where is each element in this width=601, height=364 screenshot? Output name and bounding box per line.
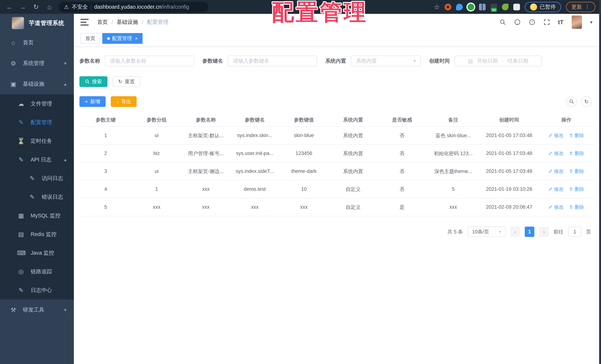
config-table: 参数主键 参数分组 参数名称 参数键名 参数键值 系统内置 是否敏感 备注 创建… — [80, 113, 594, 216]
help-icon[interactable]: ? — [529, 19, 535, 25]
avatar[interactable] — [572, 16, 582, 29]
delete-link[interactable]: 删除 — [569, 132, 584, 139]
param-name-label: 参数名称 — [80, 57, 100, 64]
chevron-down-icon: ▾ — [64, 307, 67, 313]
sidebar-item-tracing[interactable]: ◎ 链路追踪 — [0, 262, 74, 281]
collapse-menu-icon[interactable] — [80, 19, 89, 25]
system-builtin-label: 系统内置 — [325, 57, 346, 64]
home-icon[interactable]: ⌂ — [45, 3, 53, 11]
close-icon[interactable]: × — [135, 36, 138, 41]
table-toolbar-row: + 新增 ↓ 导出 ↻ — [80, 96, 594, 107]
extension-icon[interactable] — [456, 4, 463, 10]
monitor-icon: ▣ — [9, 81, 17, 88]
screen-icon: ⌨ — [17, 249, 25, 256]
calendar-icon: ▤ — [468, 58, 473, 64]
delete-link[interactable]: 删除 — [569, 204, 584, 210]
extension-icon[interactable] — [468, 4, 474, 10]
col-header: 参数分组 — [132, 113, 181, 127]
delete-link[interactable]: 删除 — [569, 168, 584, 174]
browser-update-button[interactable]: 更新 ⋮ — [566, 2, 595, 12]
log-icon: ✎ — [28, 193, 36, 201]
system-builtin-select[interactable]: 系统内置 ▾ — [351, 56, 421, 66]
sidebar-item-home[interactable]: ⌂ 首页 — [0, 32, 74, 53]
sidebar-item-infra[interactable]: ▣ 基础设施 ▴ — [0, 74, 74, 94]
reset-button[interactable]: ↻ 重置 — [113, 76, 140, 87]
header-actions: ? tT ▾ — [500, 16, 592, 29]
edit-link[interactable]: 修改 — [548, 150, 563, 157]
extension-icon[interactable] — [502, 4, 509, 10]
font-size-icon[interactable]: tT — [558, 19, 563, 26]
download-icon: ↓ — [116, 99, 119, 104]
log-icon: ✎ — [28, 175, 36, 182]
extension-icon[interactable] — [445, 4, 451, 10]
github-icon[interactable] — [514, 19, 521, 25]
col-header: 参数主键 — [80, 113, 132, 127]
goto-page-input[interactable] — [568, 227, 581, 237]
chevron-down-icon[interactable]: ▾ — [590, 19, 592, 25]
extension-icon[interactable] — [491, 4, 497, 10]
security-label: 不安全 — [72, 3, 88, 11]
col-header: 是否敏感 — [378, 113, 427, 127]
sidebar-item-dev-tools[interactable]: ⚒ 研发工具 ▾ — [0, 300, 74, 320]
edit-link[interactable]: 修改 — [548, 132, 563, 139]
tab-config-management[interactable]: 配置管理 × — [102, 33, 142, 44]
toggle-search-button[interactable] — [566, 96, 577, 107]
app-logo — [12, 17, 24, 29]
goto-label: 前往 — [553, 228, 563, 235]
delete-link[interactable]: 删除 — [569, 186, 584, 192]
date-range-picker[interactable]: ▤ 开始日期 - 结束日期 — [455, 56, 542, 66]
col-header: 系统内置 — [329, 113, 378, 127]
param-name-input[interactable]: 请输入参数名称 — [105, 56, 194, 66]
delete-link[interactable]: 删除 — [569, 150, 584, 157]
sidebar-item-log-center[interactable]: ✎ 日志中心 — [0, 281, 74, 300]
add-button[interactable]: + 新增 — [80, 96, 106, 107]
search-button[interactable]: 搜索 — [80, 76, 108, 87]
bookmark-star-icon[interactable]: ☆ — [434, 3, 440, 11]
sidebar-item-config-management[interactable]: ✎ 配置管理 — [0, 113, 74, 132]
refresh-table-button[interactable]: ↻ — [581, 96, 592, 107]
edit-link[interactable]: 修改 — [548, 204, 563, 210]
search-icon[interactable] — [500, 19, 506, 25]
scrollbar[interactable] — [599, 0, 601, 364]
extensions-puzzle-icon[interactable] — [513, 4, 520, 10]
profile-paused-button[interactable]: 已暂停 — [525, 2, 561, 12]
next-page-button[interactable]: › — [539, 227, 549, 237]
sidebar-item-api-logs[interactable]: ✎ API 日志 ▴ — [0, 150, 74, 169]
warning-icon: ⚠ — [64, 4, 69, 10]
reload-icon[interactable]: ↻ — [32, 3, 40, 11]
param-key-input[interactable]: 请输入参数键名 — [228, 56, 317, 66]
extension-icon[interactable] — [479, 4, 486, 10]
database-stack-icon: ▤ — [17, 231, 25, 238]
url-divider — [91, 4, 91, 10]
edit-link[interactable]: 修改 — [548, 186, 563, 192]
current-page[interactable]: 1 — [525, 227, 534, 237]
log-icon: ✎ — [17, 287, 25, 294]
col-header: 操作 — [538, 113, 594, 127]
annotation-title: 配置管理 — [272, 0, 368, 28]
url-bar[interactable]: ⚠ 不安全 dashboard.yudao.iocoder.cn/infra/c… — [59, 2, 208, 12]
edit-link[interactable]: 修改 — [548, 168, 563, 174]
sidebar-item-scheduled-tasks[interactable]: ⌛ 定时任务 — [0, 132, 74, 150]
sidebar-item-file-management[interactable]: ☁ 文件管理 — [0, 94, 74, 113]
breadcrumb-section[interactable]: 基础设施 — [117, 19, 138, 26]
forward-icon[interactable]: → — [19, 3, 27, 11]
sidebar-item-error-logs[interactable]: ✎ 错误日志 — [0, 188, 74, 206]
breadcrumb-home[interactable]: 首页 — [97, 19, 108, 26]
export-button[interactable]: ↓ 导出 — [111, 96, 137, 107]
back-icon[interactable]: ← — [6, 3, 13, 11]
col-header: 参数键名 — [230, 113, 279, 127]
sidebar-item-redis-monitor[interactable]: ▤ Redis 监控 — [0, 225, 74, 243]
sidebar-item-access-logs[interactable]: ✎ 访问日志 — [0, 169, 74, 188]
prev-page-button[interactable]: ‹ — [510, 227, 520, 237]
tab-home[interactable]: 首页 — [80, 33, 100, 44]
plus-icon: + — [85, 99, 88, 104]
sidebar-item-system[interactable]: ⚙ 系统管理 ▾ — [0, 53, 74, 74]
table-tools: ↻ — [566, 96, 592, 107]
chevron-down-icon: ▾ — [499, 229, 501, 234]
app-title: 芋道管理系统 — [29, 19, 64, 27]
table-row: 41 xxxdemo.test 10自定义 否5 2021-01-19 03:1… — [80, 180, 594, 198]
sidebar-item-java-monitor[interactable]: ⌨ Java 监控 — [0, 243, 74, 262]
page-size-select[interactable]: 10条/页 ▾ — [468, 227, 506, 237]
fullscreen-icon[interactable] — [544, 19, 550, 25]
sidebar-item-mysql-monitor[interactable]: ▦ MySQL 监控 — [0, 206, 74, 225]
